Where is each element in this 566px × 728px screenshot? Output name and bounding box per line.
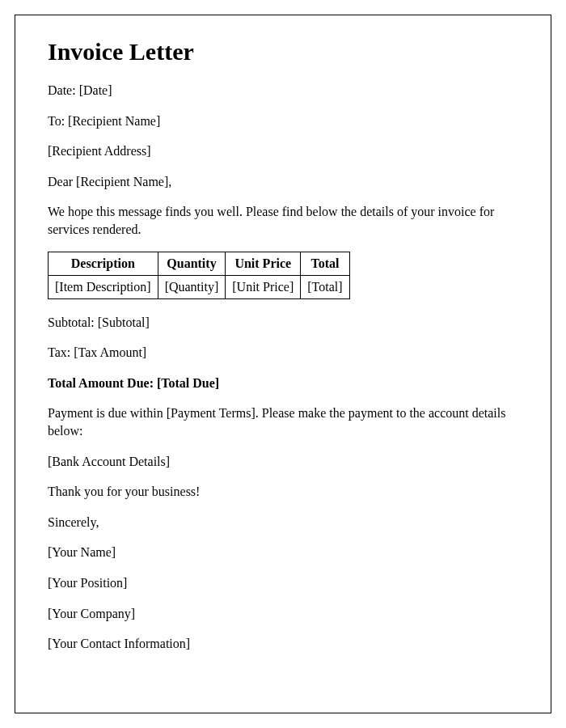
col-quantity: Quantity bbox=[158, 252, 226, 275]
payment-terms-paragraph: Payment is due within [Payment Terms]. P… bbox=[48, 404, 518, 439]
total-due-line: Total Amount Due: [Total Due] bbox=[48, 375, 518, 392]
thank-you-line: Thank you for your business! bbox=[48, 483, 518, 501]
your-position: [Your Position] bbox=[48, 574, 518, 592]
page-title: Invoice Letter bbox=[48, 38, 518, 66]
col-description: Description bbox=[49, 252, 158, 275]
subtotal-line: Subtotal: [Subtotal] bbox=[48, 314, 518, 332]
invoice-letter-page: Invoice Letter Date: [Date] To: [Recipie… bbox=[15, 15, 551, 713]
bank-details: [Bank Account Details] bbox=[48, 453, 518, 471]
invoice-table: Description Quantity Unit Price Total [I… bbox=[48, 252, 350, 299]
cell-quantity: [Quantity] bbox=[158, 275, 226, 298]
tax-line: Tax: [Tax Amount] bbox=[48, 344, 518, 362]
salutation: Dear [Recipient Name], bbox=[48, 173, 518, 191]
cell-unit-price: [Unit Price] bbox=[226, 275, 301, 298]
recipient-address: [Recipient Address] bbox=[48, 142, 518, 160]
cell-description: [Item Description] bbox=[49, 275, 158, 298]
date-line: Date: [Date] bbox=[48, 82, 518, 99]
your-contact: [Your Contact Information] bbox=[48, 635, 518, 653]
your-name: [Your Name] bbox=[48, 544, 518, 561]
closing-line: Sincerely, bbox=[48, 514, 518, 531]
table-header-row: Description Quantity Unit Price Total bbox=[49, 252, 350, 275]
intro-paragraph: We hope this message finds you well. Ple… bbox=[48, 203, 518, 238]
col-total: Total bbox=[301, 252, 349, 275]
to-line: To: [Recipient Name] bbox=[48, 112, 518, 130]
table-row: [Item Description] [Quantity] [Unit Pric… bbox=[49, 275, 350, 298]
col-unit-price: Unit Price bbox=[226, 252, 301, 275]
cell-total: [Total] bbox=[301, 275, 349, 298]
your-company: [Your Company] bbox=[48, 605, 518, 623]
